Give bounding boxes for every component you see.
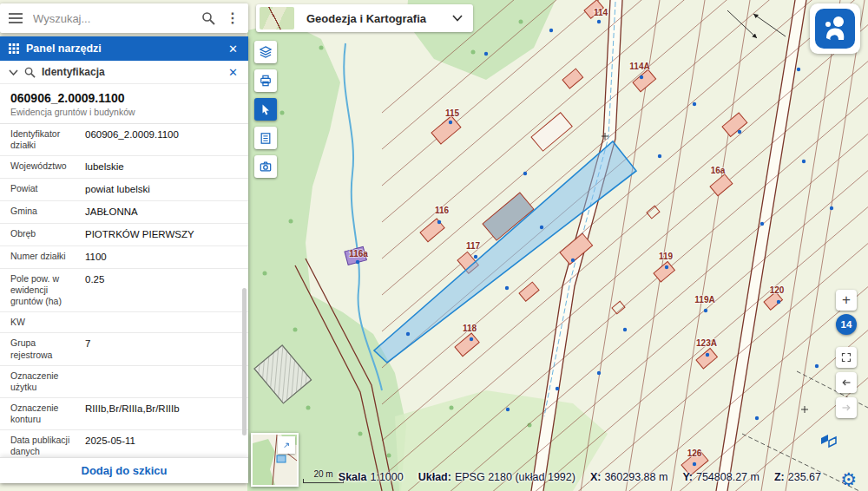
attribute-row: KW [0,312,248,333]
attribute-value: RIIIb,Br/RIIIa,Br/RIIIb [85,403,180,425]
panel-scrollbar[interactable] [242,288,247,435]
attribute-row: Identyfikator działki060906_2.0009.1100 [0,124,248,156]
hamburger-icon [9,13,23,23]
zoom-controls: + 14 [836,290,857,335]
identify-tool-button[interactable] [254,98,277,121]
parcel-label: 126 [687,448,702,458]
y-coordinate-readout: Y:754808.27 m [682,471,760,483]
arrow-left-icon [841,376,852,389]
gear-icon: ⚙ [840,469,857,489]
app-selector-label: Geodezja i Kartografia [306,12,452,25]
legend-button[interactable] [254,127,277,149]
attribute-value: PIOTRKÓW PIERWSZY [85,228,194,241]
parcel-label: 120 [770,285,785,295]
print-icon [260,74,272,88]
search-bar: ⋮ [0,3,248,33]
attribute-label: Numer działki [10,251,85,264]
attribute-value: 7 [85,337,90,360]
layers-icon [260,45,272,59]
basemap-switcher-icon [819,431,838,450]
attribute-row: Pole pow. w ewidencji gruntów (ha)0.25 [0,269,248,312]
scale-readout: Skala1:1000 [339,471,404,483]
search-input[interactable] [31,11,193,26]
parcel-label: 123A [696,338,717,348]
logo [810,3,860,54]
parcel-label: 119 [659,252,674,261]
x-coordinate-readout: X:360293.88 m [590,471,667,483]
fullscreen-button[interactable] [836,347,857,368]
layers-button[interactable] [254,41,277,63]
z-coordinate-readout: Z:235.67 [774,471,821,483]
screenshot-button[interactable] [254,155,277,178]
chevron-down-icon[interactable] [9,69,18,75]
fullscreen-icon [841,351,852,363]
attribute-label: Obręb [10,228,85,241]
attribute-row: Powiatpowiat lubelski [0,179,248,201]
crs-readout: Układ:EPSG 2180 (układ 1992) [418,471,575,483]
tools-panel: Panel narzędzi ✕ Identyfikacja ✕ 060906_… [0,36,248,483]
add-to-sketch-button[interactable]: Dodaj do szkicu [76,463,173,478]
panel-title: Panel narzędzi [26,43,102,55]
parcel-label: 114A [629,62,649,71]
expand-arrow-icon [283,440,290,451]
print-button[interactable] [254,69,277,92]
parcel-label: 118 [463,324,477,333]
arrow-right-icon [841,402,852,414]
parcel-id-title: 060906_2.0009.1100 [0,84,248,105]
panel-header: Panel narzędzi ✕ [0,36,248,61]
attribute-row: ObrębPIOTRKÓW PIERWSZY [0,224,248,246]
attribute-label: Oznaczenie użytku [10,370,85,393]
attribute-row: GminaJABŁONNA [0,201,248,224]
app-selector[interactable]: Geodezja i Kartografia [256,4,473,32]
settings-button[interactable]: ⚙ [835,469,862,489]
attribute-row: Województwolubelskie [0,156,248,179]
legend-icon [260,132,272,145]
section-title: Identyfikacja [42,66,105,78]
geoportal-logo-icon [815,9,855,49]
identification-section-bar: Identyfikacja ✕ [0,61,248,84]
attribute-label: Powiat [10,183,85,196]
parcel-label: 115 [445,108,460,118]
attribute-value: 060906_2.0009.1100 [85,128,179,151]
section-close-button[interactable]: ✕ [227,64,240,81]
parcel-label: 16a [711,166,726,175]
attribute-row: Numer działki1100 [0,246,248,269]
next-view-button[interactable] [836,397,857,418]
parcel-subtitle: Ewidencja gruntów i budynków [0,105,248,124]
attribute-value: JABŁONNA [85,206,138,219]
attribute-value: 0.25 [85,273,104,307]
identify-icon [24,67,36,78]
map-application: 114114A115116116a117118119119A120123A126… [0,0,868,491]
panel-footer: Dodaj do szkicu [0,457,248,483]
attribute-label: Identyfikator działki [10,128,85,151]
attribute-label: Gmina [10,206,85,219]
camera-icon [260,160,272,173]
zoom-level-badge: 14 [836,314,857,335]
identification-results: 060906_2.0009.1100 Ewidencja gruntów i b… [0,84,248,480]
zoom-in-button[interactable]: + [836,290,857,311]
attribute-label: Pole pow. w ewidencji gruntów (ha) [10,273,85,307]
apps-grid-icon [9,43,19,54]
parcel-label: 119A [694,295,714,304]
basemap-switcher-button[interactable] [819,431,838,453]
attribute-row: Oznaczenie konturuRIIIb,Br/RIIIa,Br/RIII… [0,398,248,430]
attribute-value: 1100 [85,251,107,264]
menu-button[interactable] [7,11,24,25]
parcel-label: 114 [594,8,608,17]
more-options-button[interactable]: ⋮ [224,10,241,27]
attribute-row: Oznaczenie użytku [0,366,248,398]
overview-expand-button[interactable] [278,436,295,454]
chevron-down-icon [452,15,463,22]
panel-close-button[interactable]: ✕ [227,41,240,57]
search-button[interactable] [200,10,217,27]
overview-map[interactable] [251,433,299,487]
attribute-label: KW [10,317,85,328]
parcel-label: 116a [349,249,368,259]
map-thumbnail [260,7,294,29]
parcel-label: 117 [466,241,481,251]
attribute-label: Województwo [10,160,85,173]
statusbar: Skala1:1000 Układ:EPSG 2180 (układ 1992)… [339,471,821,483]
previous-view-button[interactable] [836,372,857,393]
attribute-label: Data publikacji danych [10,435,85,457]
attribute-label: Oznaczenie konturu [10,403,85,425]
